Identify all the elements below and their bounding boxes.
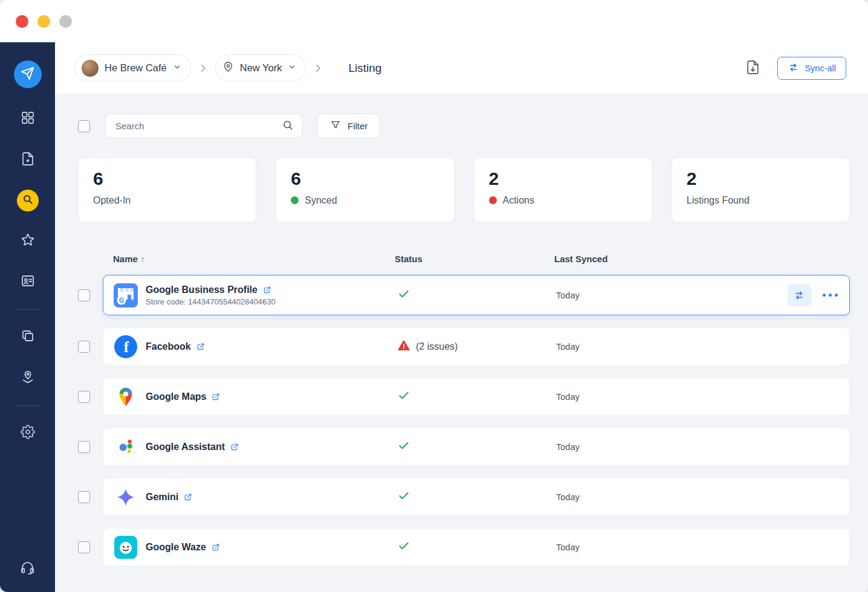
stat-label: Opted-In bbox=[93, 195, 131, 206]
location-name: New York bbox=[240, 62, 282, 74]
sidebar bbox=[0, 42, 55, 592]
listing-row-google-assistant[interactable]: Google Assistant Today bbox=[103, 428, 850, 466]
table-row: Google Maps Today bbox=[78, 378, 850, 416]
fullscreen-window-button[interactable] bbox=[59, 15, 72, 28]
chevron-right-icon bbox=[198, 63, 209, 74]
external-link-icon[interactable] bbox=[196, 343, 205, 351]
store-code: Store code: 14434705544028404630 bbox=[146, 297, 276, 306]
listing-row-google-maps[interactable]: Google Maps Today bbox=[103, 378, 850, 416]
last-synced: Today bbox=[555, 342, 748, 352]
external-link-icon[interactable] bbox=[230, 443, 239, 451]
external-link-icon[interactable] bbox=[263, 286, 271, 294]
sidebar-item-support[interactable] bbox=[20, 561, 36, 576]
sidebar-item-locations[interactable] bbox=[20, 370, 36, 386]
sidebar-item-listings[interactable] bbox=[17, 190, 39, 211]
row-checkbox[interactable] bbox=[78, 289, 90, 301]
last-synced: Today bbox=[555, 442, 748, 452]
business-name: He Brew Café bbox=[105, 62, 167, 74]
listing-name: Gemini bbox=[146, 492, 178, 503]
listing-name: Facebook bbox=[146, 341, 191, 352]
stats-row: 6 Opted-In 6 Synced 2 Actions 2 Listings… bbox=[78, 158, 850, 222]
last-synced: Today bbox=[555, 542, 748, 552]
minimize-window-button[interactable] bbox=[37, 15, 50, 28]
listing-name: Google Waze bbox=[146, 542, 206, 553]
listing-row-gemini[interactable]: Gemini Today bbox=[103, 478, 850, 516]
row-checkbox[interactable] bbox=[78, 541, 90, 553]
listing-row-google-business-profile[interactable]: G Google Business Profile Store code: 14… bbox=[103, 275, 850, 315]
close-window-button[interactable] bbox=[16, 15, 28, 28]
sync-all-button[interactable]: Sync-all bbox=[777, 57, 846, 80]
gear-icon bbox=[21, 425, 35, 442]
green-status-dot bbox=[291, 196, 299, 204]
column-header-name[interactable]: Name↑ bbox=[113, 254, 395, 264]
sync-icon bbox=[788, 62, 799, 75]
listing-name: Google Assistant bbox=[146, 442, 225, 452]
business-avatar bbox=[82, 60, 99, 77]
sidebar-item-reviews[interactable] bbox=[20, 233, 36, 249]
external-link-icon[interactable] bbox=[212, 543, 220, 552]
search-input[interactable] bbox=[114, 120, 282, 132]
page-title: Listing bbox=[348, 62, 381, 75]
sidebar-item-duplicates[interactable] bbox=[20, 329, 36, 345]
select-all-checkbox[interactable] bbox=[78, 120, 90, 132]
listing-row-facebook[interactable]: f Facebook bbox=[103, 327, 850, 365]
last-synced: Today bbox=[555, 392, 748, 402]
stat-value: 2 bbox=[687, 169, 835, 190]
svg-text:G: G bbox=[119, 296, 124, 303]
listing-row-google-waze[interactable]: Google Waze Today bbox=[103, 528, 850, 566]
row-checkbox[interactable] bbox=[78, 441, 90, 453]
warning-icon bbox=[398, 339, 410, 354]
business-selector[interactable]: He Brew Café bbox=[74, 54, 191, 82]
sidebar-divider bbox=[14, 309, 42, 310]
google-maps-icon bbox=[114, 385, 138, 409]
row-checkbox[interactable] bbox=[78, 491, 90, 503]
row-checkbox[interactable] bbox=[78, 391, 90, 403]
contact-card-icon bbox=[21, 274, 35, 291]
sidebar-item-settings[interactable] bbox=[20, 425, 36, 441]
sidebar-item-documents[interactable] bbox=[20, 152, 36, 168]
sort-ascending-icon: ↑ bbox=[141, 254, 145, 263]
synced-check-icon bbox=[398, 490, 410, 504]
last-synced: Today bbox=[555, 492, 748, 502]
row-checkbox[interactable] bbox=[78, 341, 90, 353]
copy-icon bbox=[21, 329, 35, 346]
filter-button[interactable]: Filter bbox=[317, 114, 380, 138]
chevron-down-icon bbox=[288, 63, 296, 74]
stat-card-opted-in: 6 Opted-In bbox=[78, 158, 256, 222]
titlebar bbox=[0, 0, 868, 42]
stat-label: Actions bbox=[503, 195, 534, 206]
synced-check-icon bbox=[398, 440, 410, 454]
gemini-icon bbox=[114, 485, 138, 509]
export-csv-button[interactable] bbox=[744, 59, 762, 78]
chevron-down-icon bbox=[173, 63, 181, 74]
app-logo[interactable] bbox=[14, 60, 42, 88]
map-layers-icon bbox=[21, 370, 35, 387]
search-box bbox=[105, 114, 302, 138]
external-link-icon[interactable] bbox=[212, 393, 220, 401]
last-synced: Today bbox=[555, 291, 748, 300]
filter-label: Filter bbox=[348, 121, 368, 131]
listing-toolbar: Filter bbox=[78, 114, 850, 138]
search-badge-icon bbox=[22, 193, 34, 208]
sidebar-item-dashboard[interactable] bbox=[20, 111, 36, 127]
location-selector[interactable]: New York bbox=[215, 54, 306, 82]
sidebar-item-contacts[interactable] bbox=[20, 274, 36, 290]
table-row: Gemini Today bbox=[78, 478, 850, 516]
stat-value: 2 bbox=[489, 169, 637, 190]
stat-card-actions: 2 Actions bbox=[474, 158, 652, 222]
google-waze-icon bbox=[114, 535, 138, 559]
more-options-button[interactable] bbox=[821, 290, 840, 301]
external-link-icon[interactable] bbox=[184, 493, 192, 501]
stat-value: 6 bbox=[291, 169, 439, 190]
stat-card-synced: 6 Synced bbox=[276, 158, 454, 222]
sidebar-divider bbox=[14, 405, 42, 406]
breadcrumb: He Brew Café New York bbox=[55, 42, 868, 94]
synced-check-icon bbox=[398, 540, 410, 555]
sync-row-button[interactable] bbox=[788, 284, 811, 306]
headset-icon bbox=[20, 560, 35, 578]
synced-check-icon bbox=[398, 390, 410, 404]
listing-name: Google Business Profile bbox=[146, 285, 257, 295]
chevron-right-icon bbox=[313, 63, 323, 74]
table-row: Google Assistant Today bbox=[78, 428, 850, 466]
red-status-dot bbox=[489, 196, 497, 204]
